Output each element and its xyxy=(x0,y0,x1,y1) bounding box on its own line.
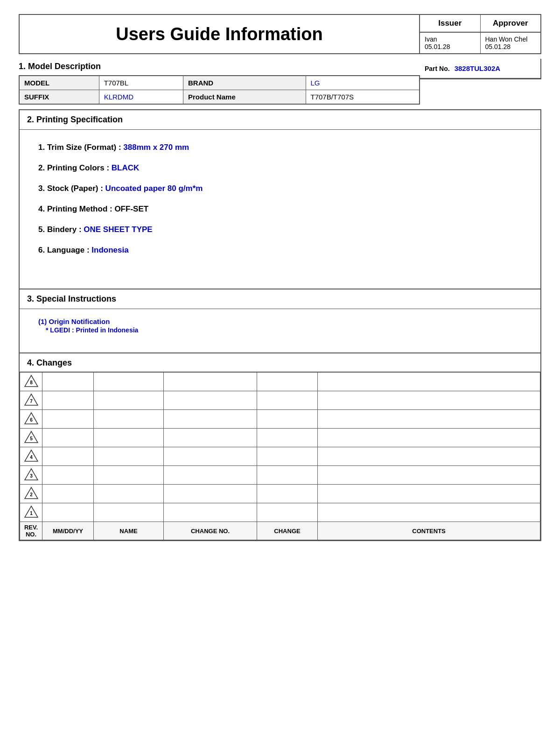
brand-value: LG xyxy=(306,76,420,90)
partno-value: 3828TUL302A xyxy=(455,64,500,72)
change-cell xyxy=(257,503,318,522)
name-cell xyxy=(94,503,164,522)
change-cell xyxy=(257,391,318,410)
model-label: MODEL xyxy=(19,76,99,90)
changeno-cell xyxy=(164,447,257,466)
spec-item-1: 1. Trim Size (Format) : 388mm x 270 mm xyxy=(38,137,522,158)
special-item1-sub: * LGEDI : Printed in Indonesia xyxy=(38,326,522,334)
section2-header: 2. Printing Specification xyxy=(20,110,540,130)
contents-cell xyxy=(318,485,540,503)
spec-label: 4. Printing Method : xyxy=(38,204,114,213)
date-cell xyxy=(42,485,94,503)
product-name-label: Product Name xyxy=(183,90,306,105)
spec-label: 2. Printing Colors : xyxy=(38,163,112,172)
spec-value: 388mm x 270 mm xyxy=(123,143,189,152)
page-header: Users Guide Information Issuer Approver … xyxy=(19,14,541,54)
table-row-suffix: SUFFIX KLRDMD Product Name T707B/T707S xyxy=(19,90,420,105)
change-cell xyxy=(257,447,318,466)
table-row-model: MODEL T707BL BRAND LG xyxy=(19,76,420,90)
model-table: MODEL T707BL BRAND LG SUFFIX KLRDMD Prod… xyxy=(19,75,420,105)
rev-cell: 5 xyxy=(20,429,42,447)
section3-content: (1) Origin Notification * LGEDI : Printe… xyxy=(20,309,540,352)
table-row: 8 xyxy=(20,373,540,391)
partno-row: Part No. 3828TUL302A xyxy=(420,59,540,78)
svg-text:1: 1 xyxy=(30,511,33,516)
rev-cell: 3 xyxy=(20,466,42,485)
partno-label: Part No. xyxy=(425,65,450,72)
change-cell xyxy=(257,485,318,503)
svg-text:4: 4 xyxy=(30,455,33,460)
issuer-label: Issuer xyxy=(420,15,481,32)
section4-content: 8 7 6 5 4 3 2 1 REV. NO.MM/DD/YYNAMECHAN… xyxy=(20,372,540,540)
section1-model-description: 1. Model Description MODEL T707BL BRAND … xyxy=(19,59,541,105)
section4-changes: 4. Changes 8 7 6 5 4 3 2 1 REV. NO.MM/DD… xyxy=(19,353,541,541)
changeno-cell xyxy=(164,429,257,447)
spec-item-3: 3. Stock (Paper) : Uncoated paper 80 g/m… xyxy=(38,178,522,199)
spec-label: 5. Bindery : xyxy=(38,225,84,234)
contents-cell xyxy=(318,503,540,522)
header-right-panel: Issuer Approver Ivan 05.01.28 Han Won Ch… xyxy=(420,14,541,54)
date-cell xyxy=(42,373,94,391)
contents-cell xyxy=(318,410,540,429)
changeno-cell xyxy=(164,373,257,391)
contents-cell xyxy=(318,373,540,391)
name-cell xyxy=(94,485,164,503)
header-persons-row: Ivan 05.01.28 Han Won Chel 05.01.28 xyxy=(420,33,541,54)
spec-item-2: 2. Printing Colors : BLACK xyxy=(38,158,522,178)
spec-value: ONE SHEET TYPE xyxy=(84,225,152,234)
name-cell xyxy=(94,391,164,410)
contents-cell xyxy=(318,466,540,485)
date-cell xyxy=(42,503,94,522)
footer-cell: NAME xyxy=(94,522,164,540)
date-cell xyxy=(42,466,94,485)
date-cell xyxy=(42,391,94,410)
issuer-date: 05.01.28 xyxy=(425,43,476,50)
section1-left: 1. Model Description MODEL T707BL BRAND … xyxy=(19,59,420,105)
spec-value: OFF-SET xyxy=(114,204,148,213)
suffix-value: KLRDMD xyxy=(99,90,183,105)
page-title: Users Guide Information xyxy=(116,24,322,44)
spec-item-5: 5. Bindery : ONE SHEET TYPE xyxy=(38,219,522,240)
table-row: 7 xyxy=(20,391,540,410)
footer-cell: MM/DD/YY xyxy=(42,522,94,540)
approver-name: Han Won Chel xyxy=(485,35,536,43)
table-row: 4 xyxy=(20,447,540,466)
footer-cell: CHANGE xyxy=(257,522,318,540)
contents-cell xyxy=(318,391,540,410)
rev-cell: 2 xyxy=(20,485,42,503)
brand-label: BRAND xyxy=(183,76,306,90)
contents-cell xyxy=(318,429,540,447)
issuer-name: Ivan xyxy=(425,35,476,43)
changeno-cell xyxy=(164,485,257,503)
section2-printing-spec: 2. Printing Specification 1. Trim Size (… xyxy=(19,109,541,289)
header-labels-row: Issuer Approver xyxy=(420,14,541,33)
title-box: Users Guide Information xyxy=(19,14,420,54)
table-row: 2 xyxy=(20,485,540,503)
footer-cell: CONTENTS xyxy=(318,522,540,540)
name-cell xyxy=(94,410,164,429)
footer-cell: CHANGE NO. xyxy=(164,522,257,540)
name-cell xyxy=(94,466,164,485)
approver-date: 05.01.28 xyxy=(485,43,536,50)
name-cell xyxy=(94,447,164,466)
rev-cell: 4 xyxy=(20,447,42,466)
table-row: 3 xyxy=(20,466,540,485)
changeno-cell xyxy=(164,466,257,485)
svg-text:5: 5 xyxy=(30,436,33,441)
svg-text:8: 8 xyxy=(30,380,33,385)
rev-cell: 7 xyxy=(20,391,42,410)
spec-label: 6. Language : xyxy=(38,246,91,254)
changeno-cell xyxy=(164,503,257,522)
spec-item-4: 4. Printing Method : OFF-SET xyxy=(38,199,522,219)
spec-value: Uncoated paper 80 g/m*m xyxy=(105,184,203,193)
name-cell xyxy=(94,429,164,447)
spec-value: Indonesia xyxy=(91,246,128,254)
change-cell xyxy=(257,410,318,429)
issuer-info: Ivan 05.01.28 xyxy=(420,33,481,53)
table-row: 6 xyxy=(20,410,540,429)
changeno-cell xyxy=(164,391,257,410)
spec-label: 3. Stock (Paper) : xyxy=(38,184,105,193)
section2-content: 1. Trim Size (Format) : 388mm x 270 mm2.… xyxy=(20,130,540,289)
section1-title: 1. Model Description xyxy=(19,59,420,75)
section3-special-instructions: 3. Special Instructions (1) Origin Notif… xyxy=(19,289,541,353)
